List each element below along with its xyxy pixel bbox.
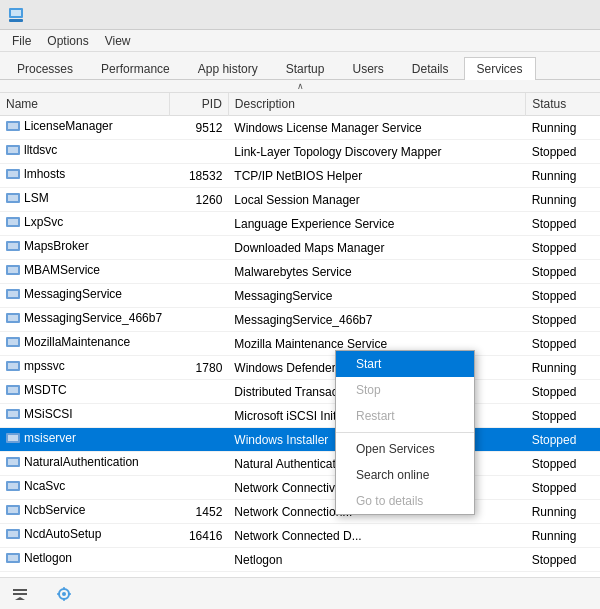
service-name-text: MBAMService [24,263,100,277]
menu-bar: File Options View [0,30,600,52]
bottom-bar [0,577,600,609]
service-name-text: MozillaMaintenance [24,335,130,349]
table-row[interactable]: mpssvc1780Windows Defender FirewallRunni… [0,356,600,380]
maximize-button[interactable] [534,6,562,24]
table-row[interactable]: lltdsvcLink-Layer Topology Discovery Map… [0,140,600,164]
table-row[interactable]: LicenseManager9512Windows License Manage… [0,116,600,140]
menu-options[interactable]: Options [39,32,96,50]
cell-status: Stopped [526,428,600,452]
service-name-text: NcdAutoSetup [24,527,101,541]
table-row[interactable]: MapsBrokerDownloaded Maps ManagerStopped [0,236,600,260]
col-header-name[interactable]: Name [0,93,170,116]
service-icon: LxpSvc [6,215,63,229]
cell-status: Stopped [526,380,600,404]
ctx-go-to-details[interactable]: Go to details [336,488,474,514]
service-icon: NcdAutoSetup [6,527,101,541]
cell-desc: Netlogon [228,548,525,572]
menu-file[interactable]: File [4,32,39,50]
service-icon: msiserver [6,431,76,445]
svg-rect-52 [13,593,27,595]
col-header-status[interactable]: Status [526,93,600,116]
ctx-search-online[interactable]: Search online [336,462,474,488]
tab-startup[interactable]: Startup [273,57,338,80]
col-header-desc[interactable]: Description [228,93,525,116]
service-name-text: msiserver [24,431,76,445]
minimize-button[interactable] [504,6,532,24]
ctx-start[interactable]: Start [336,351,474,377]
open-services-button[interactable] [52,584,80,604]
service-icon: Netman [6,575,66,577]
svg-rect-36 [8,507,18,513]
tab-performance[interactable]: Performance [88,57,183,80]
svg-rect-34 [8,483,18,489]
tab-processes[interactable]: Processes [4,57,86,80]
table-row[interactable]: NcaSvcNetwork Connectivity...Stopped [0,476,600,500]
svg-rect-12 [8,219,18,225]
service-name-text: lltdsvc [24,143,57,157]
cell-status: Stopped [526,476,600,500]
service-icon: LSM [6,191,49,205]
tab-users[interactable]: Users [339,57,396,80]
cell-status: Stopped [526,284,600,308]
table-row[interactable]: NcbService1452Network Connection...Runni… [0,500,600,524]
table-row[interactable]: NcdAutoSetup16416Network Connected D...R… [0,524,600,548]
table-row[interactable]: MessagingService_466b7MessagingService_4… [0,308,600,332]
app-icon [8,7,24,23]
cell-pid: 1260 [170,188,228,212]
table-row[interactable]: MSiSCSIMicrosoft iSCSI Initiator Service… [0,404,600,428]
table-row[interactable]: msiserverWindows InstallerStopped [0,428,600,452]
cell-name: NcbService [0,500,170,524]
cell-status: Running [526,500,600,524]
cell-pid [170,236,228,260]
fewer-details-button[interactable] [8,584,36,604]
cell-pid [170,260,228,284]
close-button[interactable] [564,6,592,24]
cell-status: Running [526,188,600,212]
ctx-open-services[interactable]: Open Services [336,436,474,462]
service-icon: MSiSCSI [6,407,73,421]
tab-services[interactable]: Services [464,57,536,80]
menu-view[interactable]: View [97,32,139,50]
table-row[interactable]: NaturalAuthenticationNatural Authenticat… [0,452,600,476]
tab-app-history[interactable]: App history [185,57,271,80]
cell-status: Stopped [526,404,600,428]
svg-marker-53 [15,597,25,600]
cell-name: Netman [0,572,170,578]
service-icon: NaturalAuthentication [6,455,139,469]
cell-pid: 1452 [170,500,228,524]
service-icon: MozillaMaintenance [6,335,130,349]
ctx-stop[interactable]: Stop [336,377,474,403]
table-row[interactable]: lmhosts18532TCP/IP NetBIOS HelperRunning [0,164,600,188]
table-row[interactable]: NetlogonNetlogonStopped [0,548,600,572]
table-header-row: Name PID Description Status [0,93,600,116]
ctx-restart[interactable]: Restart [336,403,474,429]
cell-name: msiserver [0,428,170,452]
table-row[interactable]: NetmanNetwork ConnectionsStopped [0,572,600,578]
cell-name: MessagingService_466b7 [0,308,170,332]
open-services-icon [56,586,72,602]
table-row[interactable]: LSM1260Local Session ManagerRunning [0,188,600,212]
table-row[interactable]: LxpSvcLanguage Experience ServiceStopped [0,212,600,236]
svg-rect-10 [8,195,18,201]
table-row[interactable]: MozillaMaintenanceMozilla Maintenance Se… [0,332,600,356]
col-header-pid[interactable]: PID [170,93,228,116]
scroll-up-indicator[interactable]: ∧ [0,80,600,93]
cell-desc: TCP/IP NetBIOS Helper [228,164,525,188]
main-content: ∧ Name PID Description Status LicenseMan… [0,80,600,577]
table-row[interactable]: MSDTCDistributed Transaction Coordinator… [0,380,600,404]
cell-status: Stopped [526,572,600,578]
cell-pid [170,212,228,236]
cell-status: Running [526,116,600,140]
tab-details[interactable]: Details [399,57,462,80]
ctx-separator [336,432,474,433]
svg-point-55 [62,592,66,596]
service-icon: lmhosts [6,167,65,181]
table-row[interactable]: MBAMServiceMalwarebytes ServiceStopped [0,260,600,284]
cell-name: mpssvc [0,356,170,380]
services-table-container[interactable]: Name PID Description Status LicenseManag… [0,93,600,577]
cell-pid [170,548,228,572]
table-row[interactable]: MessagingServiceMessagingServiceStopped [0,284,600,308]
svg-rect-4 [8,123,18,129]
cell-name: lmhosts [0,164,170,188]
service-name-text: MessagingService [24,287,122,301]
